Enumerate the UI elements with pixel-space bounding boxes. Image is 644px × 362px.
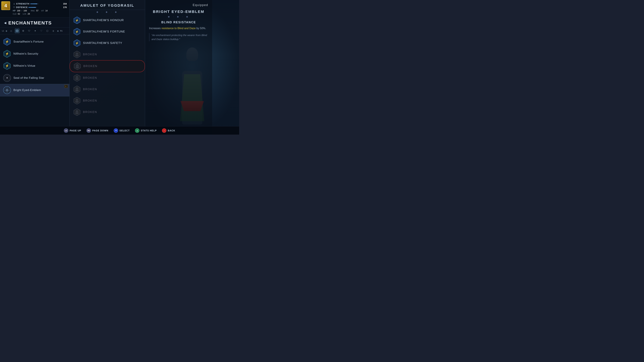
l2-label: L2 (65, 130, 67, 132)
amulet-slot[interactable]: BROKEN (70, 49, 145, 60)
amulet-divider: ◆ · ◆ · ◆ (70, 10, 145, 14)
ability-name: BLIND RESISTANCE (149, 21, 208, 24)
slot-name-8: BROKEN (83, 99, 97, 102)
tab-r1: R1 (60, 30, 63, 32)
hp-label: HP (13, 9, 16, 12)
tab-icon-3[interactable]: ⚙ (21, 28, 26, 33)
action-select: ✕ SELECT (114, 128, 130, 133)
strength-bar-fill (30, 3, 38, 4)
amulet-slot[interactable]: BROKEN (70, 84, 145, 95)
tab-diamond-right: ◆ (57, 29, 59, 32)
hp-slash: / (22, 9, 22, 12)
svg-text:✦: ✦ (6, 76, 8, 80)
list-item[interactable]: ⚡ Niflheim's Virtue (0, 60, 70, 72)
enchantment-name-3: Niflheim's Virtue (14, 64, 35, 67)
enchantment-name-1: Svartalfheim's Fortune (14, 40, 44, 43)
item-divider: ◆ · ◆ · ◆ (149, 15, 208, 18)
amulet-slot[interactable]: BROKEN (70, 60, 145, 72)
defence-value: 170 (62, 6, 67, 8)
amulet-slot[interactable]: BROKEN (70, 72, 145, 84)
tab-bar: L1 ◆ ◇ ⚙ 🛡 ✦ ♡ ⬡ ⧖ ◆ R1 (0, 27, 70, 34)
tab-icon-7[interactable]: ⬡ (45, 28, 50, 33)
amulet-slot[interactable]: ⚡ SVARTALFHEIM'S FORTUNE (70, 26, 145, 37)
slot-icon-1: ⚡ (73, 16, 81, 24)
x-icon: ✕ (115, 129, 117, 132)
page-down-label: PAGE DOWN (92, 129, 108, 132)
slot-icon-3: ⚡ (73, 39, 81, 47)
ability-desc-highlight: resistance to Blind and Daze (162, 27, 196, 30)
slot-icon-7 (73, 85, 81, 93)
middle-panel: AMULET OF YGGDRASIL ◆ · ◆ · ◆ ⚡ SVARTALF… (70, 0, 145, 135)
slot-icon-4 (73, 50, 81, 58)
svg-text:⚡: ⚡ (75, 41, 79, 45)
triangle-button[interactable]: △ (135, 128, 139, 133)
vit-label: VIT (41, 10, 44, 12)
player-level: 4 (1, 1, 10, 10)
circle-button[interactable]: ○ (162, 128, 166, 133)
amulet-title: AMULET OF YGGDRASIL (70, 0, 145, 10)
rnc-label: RNC (31, 10, 35, 12)
defence-bar-fill (28, 7, 36, 8)
lck-value: 28 (28, 13, 30, 15)
slot-name-7: BROKEN (83, 88, 97, 91)
amulet-slot[interactable]: BROKEN (70, 95, 145, 106)
list-item[interactable]: Bright Eyed-Emblem E (0, 84, 70, 96)
r2-button[interactable]: R2 (86, 128, 91, 133)
list-item[interactable]: ⚡ Niflheim's Security (0, 48, 70, 60)
enchantment-name-4: Seal of the Falling Star (14, 76, 44, 80)
strength-icon: ⚔ (13, 3, 16, 5)
strength-bar (30, 3, 38, 4)
slot-name-3: SVARTALFHEIM'S SAFETY (83, 41, 122, 45)
slot-icon-2: ⚡ (73, 28, 81, 36)
equipped-label: Equipped (149, 3, 208, 7)
stats-help-label: STATS HELP (141, 129, 157, 132)
tab-icon-6[interactable]: ♡ (39, 28, 44, 33)
action-back: ○ BACK (162, 128, 175, 133)
enchantments-title: ENCHANTMENTS (8, 20, 52, 26)
right-panel: Equipped BRIGHT EYED-EMBLEM ◆ · ◆ · ◆ BL… (145, 0, 212, 135)
ability-description: Increases resistance to Blind and Daze b… (149, 26, 208, 30)
ability-desc-prefix: Increases (149, 27, 162, 30)
list-item[interactable]: ✦ Seal of the Falling Star (0, 72, 70, 84)
amulet-slot[interactable]: ⚡ SVARTALFHEIM'S HONOUR (70, 14, 145, 26)
back-label: BACK (168, 129, 175, 132)
stats-bar: 4 ⚔ STRENGTH 154 🛡 DEFENCE 170 HP 168 / … (0, 0, 70, 17)
defence-label: DEFENCE (16, 6, 28, 8)
select-label: SELECT (120, 129, 130, 132)
action-page-up: L2 PAGE UP (64, 128, 81, 133)
amulet-slot-list: ⚡ SVARTALFHEIM'S HONOUR ⚡ SVARTALFHEIM'S… (70, 14, 145, 118)
tab-icon-5[interactable]: ✦ (33, 28, 38, 33)
equipped-badge: E (64, 85, 68, 88)
enchantment-name-2: Niflheim's Security (14, 52, 38, 55)
x-button[interactable]: ✕ (114, 128, 118, 133)
enchantment-icon-5 (3, 86, 12, 94)
defence-bar (28, 7, 37, 8)
slot-name-9: BROKEN (83, 110, 97, 114)
slot-icon-5 (73, 62, 81, 70)
enchantment-icon-2: ⚡ (3, 49, 12, 58)
amulet-slot[interactable]: ⚡ SVARTALFHEIM'S SAFETY (70, 37, 145, 49)
slot-name-5: BROKEN (83, 64, 98, 68)
enchantment-icon-3: ⚡ (3, 61, 12, 70)
tab-icon-4[interactable]: 🛡 (27, 28, 32, 33)
enchantments-header: ◄ ENCHANTMENTS (0, 17, 70, 27)
ability-quote: "An enchantment protecting the wearer fr… (149, 33, 208, 41)
slot-icon-9 (73, 108, 81, 116)
amulet-slot[interactable]: BROKEN (70, 106, 145, 118)
cld-value: 62 (18, 13, 20, 15)
tab-icon-diamond[interactable]: ◇ (9, 28, 14, 33)
svg-text:⚡: ⚡ (75, 19, 79, 22)
triangle-icon: △ (136, 129, 138, 132)
enchantment-icon-1: ⚡ (3, 37, 12, 46)
l2-button[interactable]: L2 (64, 128, 68, 133)
slot-name-4: BROKEN (83, 53, 97, 56)
svg-text:⚡: ⚡ (75, 30, 79, 33)
strength-value: 154 (62, 2, 67, 5)
slot-icon-6 (73, 74, 81, 82)
slot-name-1: SVARTALFHEIM'S HONOUR (83, 18, 124, 22)
tab-icon-active[interactable] (15, 28, 20, 33)
list-item[interactable]: ⚡ Svartalfheim's Fortune (0, 36, 70, 48)
enchantments-arrow: ◄ (3, 21, 7, 25)
hp-max: 168 (24, 9, 27, 12)
tab-icon-8[interactable]: ⧖ (51, 28, 56, 33)
